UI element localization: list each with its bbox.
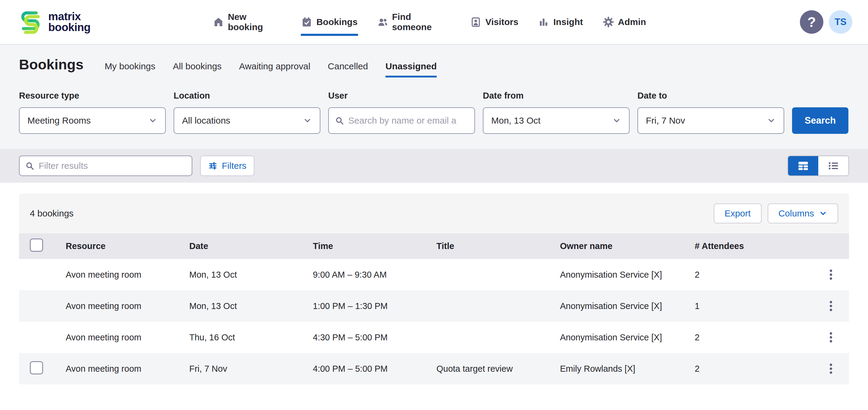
date-to-select[interactable]: Fri, 7 Nov	[638, 107, 784, 134]
filters-button-label: Filters	[222, 161, 247, 171]
matrix-booking-logo-icon	[18, 10, 43, 34]
page-title: Bookings	[19, 56, 84, 72]
user-search-input[interactable]	[348, 115, 467, 126]
cell-resource: Avon meeting room	[66, 270, 189, 280]
resource-type-select[interactable]: Meeting Rooms	[19, 107, 166, 134]
help-button[interactable]: ?	[800, 10, 824, 34]
brand-wordmark: matrix booking	[48, 11, 90, 33]
row-checkbox[interactable]	[30, 361, 43, 374]
cell-time: 1:00 PM – 1:30 PM	[313, 301, 436, 311]
grid-view-button[interactable]	[788, 156, 818, 175]
cell-resource: Avon meeting room	[66, 332, 189, 343]
nav-item-label: Admin	[618, 17, 646, 27]
results-content: 4 bookings Export Columns Resource Date …	[0, 183, 868, 384]
nav-item-label: Bookings	[316, 17, 358, 27]
cell-date: Thu, 16 Oct	[189, 332, 313, 343]
tab-unassigned[interactable]: Unassigned	[385, 61, 437, 78]
nav-item-label: Find someone	[392, 12, 451, 32]
bookings-count: 4 bookings	[30, 208, 73, 218]
column-header-time: Time	[313, 241, 436, 251]
chevron-down-icon	[148, 116, 157, 125]
date-to-label: Date to	[638, 91, 784, 101]
nav-item-find-someone[interactable]: Find someone	[377, 10, 451, 34]
location-label: Location	[174, 91, 320, 101]
search-button[interactable]: Search	[792, 107, 848, 134]
bookings-filter-section: Bookings My bookings All bookings Awaiti…	[0, 45, 868, 149]
export-button[interactable]: Export	[714, 204, 762, 224]
resource-type-label: Resource type	[19, 91, 166, 101]
select-all-checkbox[interactable]	[30, 238, 43, 252]
table-row[interactable]: Avon meeting room Fri, 7 Nov 4:00 PM – 5…	[19, 353, 849, 384]
column-header-attendees: # Attendees	[695, 241, 822, 251]
cell-attendees: 2	[695, 364, 822, 374]
table-body: Avon meeting room Mon, 13 Oct 9:00 AM – …	[19, 259, 849, 384]
table-row[interactable]: Avon meeting room Mon, 13 Oct 9:00 AM – …	[19, 259, 849, 290]
nav-item-visitors[interactable]: Visitors	[470, 15, 519, 29]
column-header-date: Date	[189, 241, 313, 251]
tab-my-bookings[interactable]: My bookings	[104, 61, 155, 76]
sliders-icon	[208, 161, 218, 171]
question-mark-icon: ?	[807, 14, 816, 30]
bar-chart-icon	[538, 17, 549, 27]
cell-date: Mon, 13 Oct	[189, 270, 313, 280]
cell-owner-name: Anonymisation Service [X]	[560, 301, 695, 311]
search-icon	[335, 115, 344, 126]
calendar-check-icon	[301, 17, 312, 27]
tab-awaiting-approval[interactable]: Awaiting approval	[239, 61, 310, 76]
cell-time: 4:30 PM – 5:00 PM	[313, 332, 436, 343]
table-view-icon	[798, 161, 809, 171]
table-row[interactable]: Avon meeting room Mon, 13 Oct 1:00 PM – …	[19, 290, 849, 322]
filter-results-input[interactable]	[38, 161, 186, 171]
user-label: User	[328, 91, 475, 101]
cell-attendees: 1	[695, 301, 822, 311]
nav-item-label: Insight	[553, 17, 583, 27]
cell-owner-name: Anonymisation Service [X]	[560, 332, 695, 343]
nav-item-label: New booking	[228, 12, 281, 32]
row-actions-kebab-icon[interactable]	[825, 297, 837, 315]
visitor-badge-icon	[470, 17, 481, 27]
search-icon	[25, 161, 34, 171]
cell-date: Fri, 7 Nov	[189, 364, 313, 374]
user-avatar[interactable]: TS	[829, 10, 852, 34]
chevron-down-icon	[303, 116, 312, 125]
column-header-resource: Resource	[66, 241, 189, 251]
app-header: matrix booking New booking Bookings	[0, 0, 868, 45]
row-actions-kebab-icon[interactable]	[825, 266, 837, 283]
user-search-field[interactable]	[328, 107, 475, 134]
row-actions-kebab-icon[interactable]	[825, 329, 837, 346]
list-view-button[interactable]	[818, 156, 848, 175]
date-from-value: Mon, 13 Oct	[491, 115, 612, 126]
header-actions: ? TS	[800, 10, 852, 34]
filter-results-field[interactable]	[19, 155, 192, 176]
bookings-tabs: My bookings All bookings Awaiting approv…	[104, 61, 437, 78]
cell-owner-name: Anonymisation Service [X]	[560, 270, 695, 280]
table-header-row: Resource Date Time Title Owner name # At…	[19, 233, 849, 259]
row-actions-kebab-icon[interactable]	[825, 360, 837, 377]
location-select[interactable]: All locations	[174, 107, 320, 134]
resource-type-value: Meeting Rooms	[27, 115, 148, 126]
nav-item-new-booking[interactable]: New booking	[213, 10, 282, 34]
cell-owner-name: Emily Rowlands [X]	[560, 364, 695, 374]
tab-cancelled[interactable]: Cancelled	[328, 61, 368, 76]
cell-attendees: 2	[695, 270, 822, 280]
tab-all-bookings[interactable]: All bookings	[173, 61, 222, 76]
nav-item-admin[interactable]: Admin	[602, 15, 647, 29]
brand-logo[interactable]: matrix booking	[18, 10, 90, 34]
chevron-down-icon	[767, 116, 776, 125]
date-to-value: Fri, 7 Nov	[646, 115, 767, 126]
date-from-select[interactable]: Mon, 13 Oct	[483, 107, 629, 134]
location-value: All locations	[182, 115, 303, 126]
table-row[interactable]: Avon meeting room Thu, 16 Oct 4:30 PM – …	[19, 322, 849, 353]
people-icon	[377, 17, 388, 27]
chevron-down-icon	[612, 116, 621, 125]
bookings-card: 4 bookings Export Columns Resource Date …	[19, 194, 849, 384]
main-nav: New booking Bookings Find someone	[213, 0, 647, 44]
nav-item-bookings[interactable]: Bookings	[301, 15, 358, 29]
cell-resource: Avon meeting room	[66, 301, 189, 311]
nav-item-insight[interactable]: Insight	[538, 15, 584, 29]
columns-button[interactable]: Columns	[768, 204, 838, 224]
column-header-owner: Owner name	[560, 241, 695, 251]
cell-time: 4:00 PM – 5:00 PM	[313, 364, 436, 374]
filters-button[interactable]: Filters	[200, 155, 254, 176]
cell-attendees: 2	[695, 332, 822, 343]
